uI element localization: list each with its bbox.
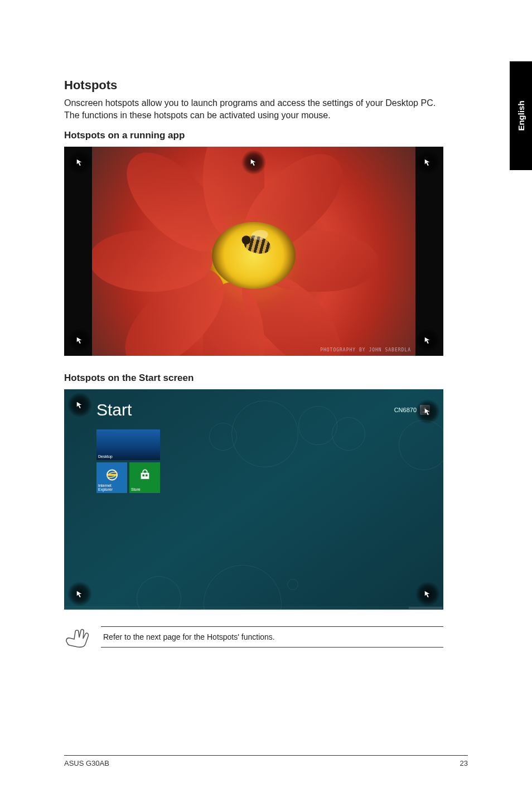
page-content: Hotspots Onscreen hotspots allow you to … [64, 78, 443, 649]
user-name: CN6870 [394, 407, 417, 413]
subheading-running-app: Hotspots on a running app [64, 130, 443, 141]
start-screen: Start CN6870 Desktop Internet Explorer [64, 389, 443, 610]
start-title: Start [96, 400, 132, 419]
page-footer: ASUS G30AB 23 [64, 755, 468, 767]
tile-desktop[interactable]: Desktop [96, 429, 160, 460]
footer-page-number: 23 [460, 759, 468, 767]
hotspot-top-left[interactable] [67, 150, 92, 175]
tile-label: Desktop [98, 455, 158, 458]
hotspot-top-center[interactable] [241, 150, 266, 175]
note-hand-icon [64, 626, 91, 649]
start-tiles: Desktop Internet Explorer Store [96, 429, 160, 493]
start-scrollbar[interactable] [64, 606, 443, 610]
section-body: Onscreen hotspots allow you to launch pr… [64, 97, 443, 121]
tile-internet-explorer[interactable]: Internet Explorer [96, 462, 127, 493]
screenshot-start-screen: Start CN6870 Desktop Internet Explorer [64, 389, 443, 610]
note: Refer to the next page for the Hotspots'… [64, 626, 443, 649]
hotspot-bottom-right[interactable] [415, 328, 440, 352]
screenshot-running-app: PHOTOGRAPHY BY JOHN SABERDLA [64, 147, 443, 356]
ie-icon [105, 468, 119, 482]
footer-model: ASUS G30AB [64, 759, 109, 767]
scrollbar-thumb[interactable] [409, 607, 442, 609]
language-label: English [516, 100, 526, 131]
start-header: Start CN6870 [96, 400, 430, 419]
subheading-start-screen: Hotspots on the Start screen [64, 373, 443, 384]
tile-label: Internet Explorer [98, 484, 125, 491]
svg-rect-4 [145, 475, 147, 477]
svg-rect-3 [142, 475, 144, 477]
tile-store[interactable]: Store [129, 462, 160, 493]
hotspot-top-right[interactable] [415, 150, 440, 175]
hotspot-bottom-right[interactable] [415, 582, 440, 606]
app-window: PHOTOGRAPHY BY JOHN SABERDLA [64, 147, 443, 356]
section-title: Hotspots [64, 78, 443, 93]
hotspot-top-left[interactable] [67, 393, 92, 417]
hotspot-top-right[interactable] [415, 399, 440, 424]
photo-viewer-image: PHOTOGRAPHY BY JOHN SABERDLA [92, 147, 415, 356]
language-tab: English [510, 61, 532, 170]
hotspot-bottom-left[interactable] [67, 582, 92, 606]
tile-label: Store [131, 487, 158, 491]
note-text: Refer to the next page for the Hotspots'… [101, 626, 443, 648]
store-icon [139, 469, 151, 482]
hotspot-bottom-left[interactable] [67, 328, 92, 352]
photo-credit: PHOTOGRAPHY BY JOHN SABERDLA [320, 347, 411, 352]
